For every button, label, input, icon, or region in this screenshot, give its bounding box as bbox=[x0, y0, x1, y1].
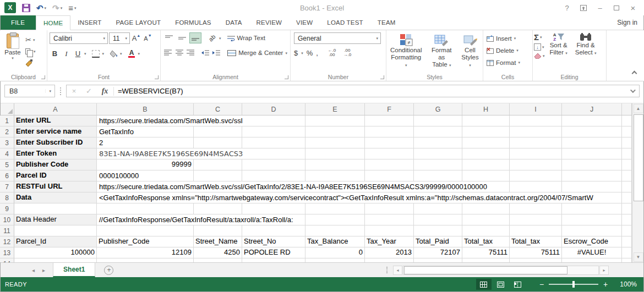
accounting-dropdown-icon[interactable]: ▾ bbox=[301, 51, 303, 55]
cell-E10[interactable] bbox=[305, 214, 365, 225]
format-painter-button[interactable] bbox=[24, 58, 37, 67]
chevron-down-icon[interactable]: ▾ bbox=[61, 6, 63, 10]
column-header-H[interactable]: H bbox=[462, 103, 510, 115]
copy-button[interactable]: ▾ bbox=[24, 47, 37, 56]
cell-A6[interactable]: Parcel ID bbox=[14, 170, 97, 181]
scroll-left-arrow[interactable]: ◂ bbox=[393, 266, 402, 275]
decrease-decimal-button[interactable]: .00→.0 bbox=[341, 48, 353, 57]
redo-button[interactable]: ↷▾ bbox=[52, 4, 62, 12]
column-header-I[interactable]: I bbox=[510, 103, 562, 115]
cell-C5[interactable] bbox=[194, 159, 242, 170]
cell-E12[interactable]: Tax_Balance bbox=[305, 236, 365, 247]
grow-font-button[interactable]: A▲ bbox=[131, 32, 141, 44]
delete-cells-button[interactable]: Delete ▾ bbox=[484, 45, 531, 56]
zoom-in-button[interactable]: + bbox=[598, 280, 613, 288]
align-middle-button[interactable] bbox=[176, 32, 188, 43]
cell-H2[interactable] bbox=[462, 126, 510, 137]
row-header-12[interactable]: 12 bbox=[0, 236, 14, 247]
tab-page-layout[interactable]: PAGE LAYOUT bbox=[109, 15, 168, 30]
cell-text-B6[interactable]: 0000100000 bbox=[97, 170, 140, 181]
cell-I3[interactable] bbox=[510, 137, 562, 148]
borders-button[interactable] bbox=[91, 48, 101, 59]
sheet-tab-sheet1[interactable]: Sheet1 bbox=[53, 263, 95, 277]
expand-formula-bar-button[interactable] bbox=[625, 89, 639, 93]
bold-button[interactable]: B bbox=[50, 48, 60, 59]
align-top-button[interactable] bbox=[163, 32, 175, 43]
column-header-B[interactable]: B bbox=[97, 103, 194, 115]
cell-F1[interactable] bbox=[365, 115, 414, 126]
fill-color-button[interactable] bbox=[108, 48, 119, 59]
cell-C3[interactable] bbox=[194, 137, 242, 148]
cell-K13[interactable] bbox=[622, 247, 632, 258]
cell-H10[interactable] bbox=[462, 214, 510, 225]
insert-function-button[interactable]: fx bbox=[96, 87, 114, 96]
cell-A4[interactable]: Enter Token bbox=[14, 148, 97, 159]
formula-input[interactable]: =WEBSERVICE(B7) bbox=[114, 87, 625, 95]
decrease-indent-button[interactable] bbox=[200, 47, 210, 58]
align-right-button[interactable] bbox=[185, 47, 195, 58]
align-left-button[interactable] bbox=[163, 47, 173, 58]
cell-A2[interactable]: Enter service name bbox=[14, 126, 97, 137]
cell-A10[interactable]: Data Header bbox=[14, 214, 97, 225]
cell-K2[interactable] bbox=[622, 126, 632, 137]
cell-J13[interactable]: #VALUE! bbox=[562, 247, 622, 258]
cut-button[interactable]: ✂▾ bbox=[24, 35, 37, 44]
cell-text-B10[interactable]: //GetTaxInfoResponse/GetTaxInfoResult/a:… bbox=[97, 214, 295, 225]
normal-view-button[interactable] bbox=[476, 279, 492, 290]
cancel-button[interactable]: × bbox=[67, 87, 81, 95]
vertical-scrollbar[interactable]: ▲ ▼ bbox=[632, 103, 644, 262]
fill-color-dropdown-icon[interactable]: ▾ bbox=[120, 52, 122, 56]
previous-sheet-button[interactable]: ◂ bbox=[32, 267, 35, 273]
cell-I4[interactable] bbox=[510, 148, 562, 159]
cell-D9[interactable] bbox=[242, 203, 305, 214]
cell-G13[interactable]: 72107 bbox=[414, 247, 462, 258]
cell-J14[interactable] bbox=[562, 258, 622, 262]
cell-J6[interactable] bbox=[562, 170, 622, 181]
cell-J12[interactable]: Escrow_Code bbox=[562, 236, 622, 247]
cell-F2[interactable] bbox=[365, 126, 414, 137]
tab-insert[interactable]: INSERT bbox=[70, 15, 108, 30]
cell-H4[interactable] bbox=[462, 148, 510, 159]
cell-A14[interactable] bbox=[14, 258, 97, 262]
zoom-slider[interactable] bbox=[549, 284, 598, 285]
cell-text-B3[interactable]: 2 bbox=[97, 137, 105, 148]
clipboard-dialog-launcher[interactable] bbox=[41, 75, 45, 79]
cell-A13[interactable]: 100000 bbox=[14, 247, 97, 258]
tab-split-handle[interactable] bbox=[386, 267, 388, 273]
column-header-A[interactable]: A bbox=[14, 103, 97, 115]
close-button[interactable]: × bbox=[630, 3, 636, 13]
cell-K8[interactable] bbox=[622, 192, 632, 203]
fill-button[interactable]: ↓▾ bbox=[534, 43, 545, 51]
underline-button[interactable]: U bbox=[73, 48, 83, 59]
cell-A1[interactable]: Enter URL bbox=[14, 115, 97, 126]
page-layout-view-button[interactable] bbox=[493, 279, 509, 290]
save-button[interactable] bbox=[22, 4, 30, 12]
cell-D13[interactable]: POPOLEE RD bbox=[242, 247, 305, 258]
cell-F9[interactable] bbox=[365, 203, 414, 214]
help-button[interactable]: ? bbox=[564, 4, 570, 12]
zoom-level[interactable]: 100% bbox=[613, 280, 644, 288]
shrink-font-button[interactable]: A▼ bbox=[143, 32, 153, 44]
align-center-button[interactable] bbox=[174, 47, 184, 58]
cell-G10[interactable] bbox=[414, 214, 462, 225]
horizontal-scroll-track[interactable] bbox=[403, 266, 599, 275]
borders-dropdown-icon[interactable]: ▾ bbox=[102, 52, 105, 56]
font-color-button[interactable]: A bbox=[127, 48, 137, 59]
cell-J2[interactable] bbox=[562, 126, 622, 137]
number-dialog-launcher[interactable] bbox=[380, 75, 384, 79]
cell-F13[interactable]: 2013 bbox=[365, 247, 414, 258]
cell-C13[interactable]: 4250 bbox=[194, 247, 242, 258]
column-header-G[interactable]: G bbox=[414, 103, 462, 115]
enter-button[interactable]: ✓ bbox=[81, 87, 96, 95]
cell-H9[interactable] bbox=[462, 203, 510, 214]
cell-A9[interactable] bbox=[14, 203, 97, 214]
cell-K14[interactable] bbox=[622, 258, 632, 262]
cell-J5[interactable] bbox=[562, 159, 622, 170]
cell-F6[interactable] bbox=[365, 170, 414, 181]
column-header-D[interactable]: D bbox=[242, 103, 305, 115]
collapse-ribbon-button[interactable] bbox=[632, 71, 637, 76]
clear-button[interactable]: ▾ bbox=[534, 53, 545, 59]
column-header-partial[interactable] bbox=[622, 103, 632, 115]
row-header-11[interactable]: 11 bbox=[0, 225, 14, 236]
cell-C9[interactable] bbox=[194, 203, 242, 214]
